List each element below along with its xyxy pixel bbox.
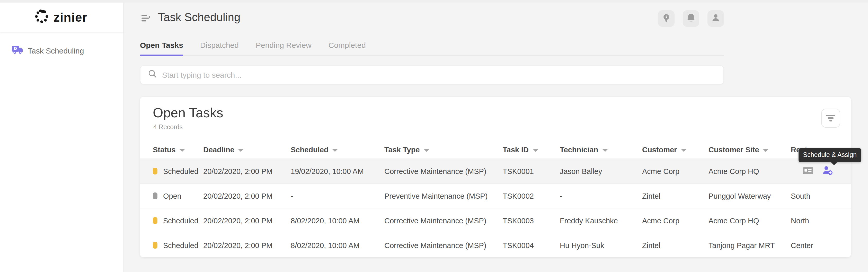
table-row[interactable]: Scheduled 20/02/2020, 2:00 PM 8/02/2020,… [140, 233, 851, 257]
task-id-cell: TSK0001 [503, 167, 560, 175]
table-body: Scheduled 20/02/2020, 2:00 PM 19/02/2020… [140, 158, 851, 257]
customer-site-cell: Acme Corp HQ [709, 167, 791, 175]
user-profile-icon [711, 12, 720, 25]
status-dot [153, 192, 157, 199]
tab-completed[interactable]: Completed [329, 36, 366, 55]
table-row[interactable]: Scheduled 20/02/2020, 2:00 PM 8/02/2020,… [140, 208, 851, 233]
notifications-bell-icon [686, 12, 695, 25]
region-cell: South [791, 192, 838, 200]
panel-title: Open Tasks [153, 105, 223, 121]
brand-logo[interactable]: zinier [0, 3, 123, 32]
open-tasks-panel: Open Tasks 4 Records Status Deadline Sch… [140, 97, 851, 257]
status-text: Open [163, 192, 181, 200]
notifications-bell-button[interactable] [683, 10, 699, 27]
schedule-assign-tooltip: Schedule & Assign [799, 148, 862, 162]
status-cell: Scheduled [153, 216, 203, 225]
task-type-cell: Corrective Maintenance (MSP) [384, 241, 503, 249]
tab-bar: Open Tasks Dispatched Pending Review Com… [140, 36, 724, 56]
column-header-scheduled[interactable]: Scheduled [291, 146, 384, 154]
technician-cell: Jason Balley [560, 167, 642, 175]
deadline-cell: 20/02/2020, 2:00 PM [203, 167, 291, 175]
sidebar: zinier Task Scheduling [0, 3, 124, 272]
status-cell: Open [153, 192, 203, 200]
zinier-dots-logo-icon [34, 8, 50, 26]
row-actions [791, 165, 838, 177]
main-area: Task Scheduling [124, 3, 868, 272]
scheduled-cell: 19/02/2020, 10:00 AM [291, 167, 384, 175]
sort-caret-icon [602, 149, 608, 152]
header-icon-group [658, 10, 724, 27]
filter-icon [826, 115, 835, 116]
menu-fold-icon[interactable] [142, 14, 150, 24]
status-text: Scheduled [163, 241, 198, 249]
customer-site-cell: Punggol Waterway [709, 192, 791, 200]
technician-cell: Freddy Kauschke [560, 216, 642, 225]
status-dot [153, 168, 157, 175]
scheduled-cell: 8/02/2020, 10:00 AM [291, 241, 384, 249]
task-type-cell: Preventive Maintenance (MSP) [384, 192, 503, 200]
sort-caret-icon [681, 149, 686, 152]
task-type-cell: Corrective Maintenance (MSP) [384, 216, 503, 225]
region-cell: Center [791, 241, 838, 249]
status-dot [153, 242, 157, 249]
tab-open-tasks[interactable]: Open Tasks [140, 36, 183, 55]
table-row[interactable]: Open 20/02/2020, 2:00 PM - Preventive Ma… [140, 183, 851, 208]
customer-site-cell: Tanjong Pagar MRT [709, 241, 791, 249]
window-top-strip [0, 0, 868, 3]
customer-cell: Zintel [642, 241, 709, 249]
status-dot [153, 217, 157, 224]
search-input[interactable] [162, 70, 723, 79]
column-header-status[interactable]: Status [153, 146, 203, 154]
sort-caret-icon [333, 149, 338, 152]
deadline-cell: 20/02/2020, 2:00 PM [203, 192, 291, 200]
table-header-row: Status Deadline Scheduled Task Type Task… [140, 142, 851, 157]
status-text: Scheduled [163, 167, 198, 175]
technician-cell: - [560, 192, 642, 200]
top-header-bar: Task Scheduling [124, 3, 868, 35]
task-type-cell: Corrective Maintenance (MSP) [384, 167, 503, 175]
column-header-deadline[interactable]: Deadline [203, 146, 291, 154]
customer-cell: Acme Corp [642, 216, 709, 225]
technician-cell: Hu Hyon-Suk [560, 241, 642, 249]
deadline-cell: 20/02/2020, 2:00 PM [203, 241, 291, 249]
brand-name: zinier [54, 10, 87, 25]
region-cell: North [791, 216, 838, 225]
task-details-card-button[interactable] [803, 166, 813, 176]
task-id-cell: TSK0004 [503, 241, 560, 249]
sort-caret-icon [239, 149, 244, 152]
task-id-cell: TSK0003 [503, 216, 560, 225]
customer-cell: Zintel [642, 192, 709, 200]
idea-bulb-button[interactable] [658, 10, 675, 27]
user-profile-button[interactable] [708, 10, 724, 27]
idea-bulb-icon [662, 12, 671, 25]
tab-pending-review[interactable]: Pending Review [256, 36, 312, 55]
truck-clock-icon [12, 45, 23, 57]
sort-caret-icon [763, 149, 769, 152]
column-header-task-type[interactable]: Task Type [384, 146, 503, 154]
sort-caret-icon [424, 149, 429, 152]
sort-caret-icon [533, 149, 538, 152]
search-icon [148, 69, 157, 80]
column-header-task-id[interactable]: Task ID [503, 146, 560, 154]
search-bar[interactable] [140, 65, 724, 84]
sidebar-item-label: Task Scheduling [28, 46, 84, 55]
column-header-technician[interactable]: Technician [560, 146, 642, 154]
filter-button[interactable] [821, 109, 840, 128]
tab-dispatched[interactable]: Dispatched [200, 36, 239, 55]
status-cell: Scheduled [153, 167, 203, 175]
records-count: 4 Records [153, 123, 183, 131]
column-header-customer-site[interactable]: Customer Site [709, 146, 791, 154]
schedule-assign-person-add-button[interactable] [822, 165, 833, 177]
scheduled-cell: - [291, 192, 384, 200]
status-cell: Scheduled [153, 241, 203, 249]
sidebar-item-task-scheduling[interactable]: Task Scheduling [0, 45, 123, 57]
table-row[interactable]: Scheduled 20/02/2020, 2:00 PM 19/02/2020… [140, 158, 851, 183]
customer-cell: Acme Corp [642, 167, 709, 175]
deadline-cell: 20/02/2020, 2:00 PM [203, 216, 291, 225]
page-title: Task Scheduling [158, 11, 240, 24]
customer-site-cell: Acme Corp HQ [709, 216, 791, 225]
scheduled-cell: 8/02/2020, 10:00 AM [291, 216, 384, 225]
status-text: Scheduled [163, 216, 198, 225]
task-id-cell: TSK0002 [503, 192, 560, 200]
column-header-customer[interactable]: Customer [642, 146, 709, 154]
